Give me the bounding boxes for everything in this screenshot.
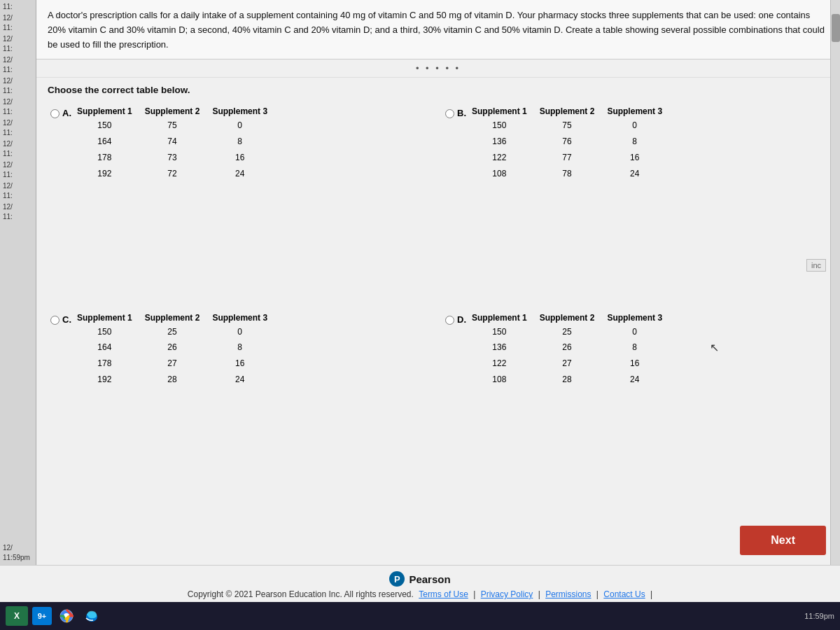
sidebar-timestamp-8: 12/11: [1, 139, 34, 160]
next-button[interactable]: Next [740, 526, 826, 555]
sidebar-timestamp-5: 12/11: [1, 76, 34, 97]
sidebar-timestamp-2: 12/11: [1, 13, 34, 34]
option-d-label: D. [457, 314, 466, 325]
instruction-text: Choose the correct table below. [36, 78, 840, 99]
option-a-label: A. [62, 108, 71, 118]
option-b-radio[interactable] [445, 109, 454, 118]
footer-terms-link[interactable]: Terms of Use [419, 589, 468, 599]
inc-badge: inc [806, 259, 826, 272]
scrollbar[interactable] [830, 0, 840, 565]
option-d-block: D. Supplement 1 150136122108 Supplement … [438, 309, 833, 514]
sidebar-timestamp-6: 12/11: [1, 97, 34, 118]
option-d-radio[interactable] [445, 316, 454, 325]
option-d-supplement2: Supplement 2 25262728 [540, 313, 595, 388]
sidebar-timestamp-11: 12/11: [1, 202, 34, 223]
option-c-radio[interactable] [50, 316, 59, 325]
option-b-supplement1: Supplement 1 150136122108 [472, 106, 527, 181]
sidebar-timestamp-9: 12/11: [1, 160, 34, 181]
option-a-supplement2: Supplement 2 75747372 [145, 106, 200, 181]
footer: P Pearson Copyright © 2021 Pearson Educa… [0, 565, 840, 602]
option-b-label: B. [457, 108, 466, 118]
sidebar-timestamp-4: 12/11: [1, 55, 34, 76]
footer-permissions-link[interactable]: Permissions [545, 589, 591, 599]
footer-privacy-link[interactable]: Privacy Policy [481, 589, 533, 599]
sidebar-timestamp-10: 12/11: [1, 181, 34, 202]
option-c-supplement2: Supplement 2 25262728 [145, 313, 200, 388]
pearson-text: Pearson [409, 573, 450, 585]
taskbar-edge-icon[interactable] [81, 606, 102, 626]
sidebar-timestamp-1: 11: [1, 1, 34, 13]
taskbar: X 9+ 11:59pm [0, 602, 840, 630]
scrollbar-thumb[interactable] [832, 14, 840, 42]
problem-text: A doctor's prescription calls for a dail… [36, 0, 840, 59]
option-c-block: C. Supplement 1 150164178192 Supplement … [43, 309, 438, 514]
option-a-supplement3: Supplement 3 081624 [212, 106, 267, 181]
option-c-supplement3: Supplement 3 081624 [212, 313, 267, 388]
option-b-supplement3: Supplement 3 081624 [607, 106, 662, 181]
sidebar-time-bottom: 12/11:59pm [1, 542, 34, 564]
taskbar-excel-icon[interactable]: X [6, 606, 28, 626]
dots-separator: • • • • • [36, 59, 840, 78]
option-d-supplement1: Supplement 1 150136122108 [472, 313, 527, 388]
option-b-block: B. Supplement 1 150136122108 Supplement … [438, 102, 833, 308]
option-c-supplement1: Supplement 1 150164178192 [77, 313, 132, 388]
taskbar-search-icon[interactable]: 9+ [32, 607, 52, 625]
pearson-icon: P [389, 571, 405, 587]
option-c-label: C. [62, 314, 71, 325]
pearson-logo: P Pearson [0, 571, 840, 587]
option-a-radio[interactable] [50, 109, 59, 118]
cursor-indicator: ↖ [710, 341, 719, 354]
option-d-supplement3: Supplement 3 081624 [607, 313, 662, 388]
footer-contact-link[interactable]: Contact Us [603, 589, 645, 599]
sidebar-timestamp-7: 12/11: [1, 118, 34, 139]
option-a-block: A. Supplement 1 150164178192 Supplement … [43, 102, 438, 308]
taskbar-time: 11:59pm [804, 612, 834, 620]
footer-copyright: Copyright © 2021 Pearson Education Inc. … [0, 589, 840, 599]
sidebar-timestamp-3: 12/11: [1, 34, 34, 55]
taskbar-chrome-icon[interactable] [56, 606, 77, 626]
option-b-supplement2: Supplement 2 75767778 [540, 106, 595, 181]
option-a-supplement1: Supplement 1 150164178192 [77, 106, 132, 181]
